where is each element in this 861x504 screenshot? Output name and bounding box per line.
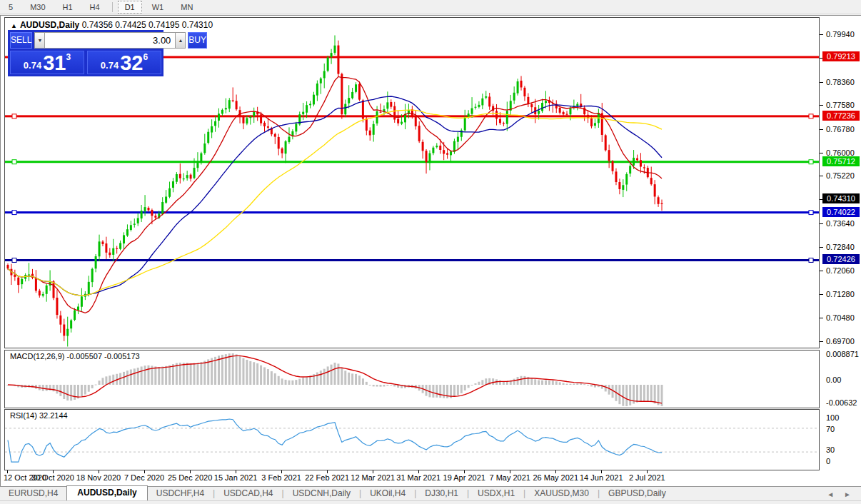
line-handle [12, 160, 16, 164]
axis-tick [820, 82, 823, 83]
one-click-trade-panel: SELL ▼ ▲ BUY 0.74 31 3 0.74 32 6 [8, 30, 163, 76]
rsi-canvas [5, 410, 819, 470]
chart-tab-usdx-h1[interactable]: USDX,H1 [469, 487, 523, 500]
date-axis: 12 Oct 202030 Oct 202018 Nov 20207 Dec 2… [1, 470, 861, 486]
date-label: 19 Apr 2021 [443, 473, 485, 482]
chart-tab-gbpusd-daily[interactable]: GBPUSD,Daily [600, 487, 675, 500]
rsi-panel[interactable]: RSI(14) 32.2144 [4, 409, 820, 470]
chart-tab-usdchf-h4[interactable]: USDCHF,H4 [148, 487, 213, 500]
chart-title-symbol: AUDUSD,Daily [20, 20, 79, 30]
sell-price-prefix: 0.74 [24, 60, 41, 71]
line-handle [809, 258, 813, 262]
chart-tab-usdcnh-daily[interactable]: USDCNH,Daily [284, 487, 359, 500]
price-badge: 0.72426 [822, 254, 860, 264]
price-badge: 0.79213 [822, 51, 860, 61]
price-axis-label: 70 [826, 425, 835, 433]
chart-tab-bar: EURUSD,H4AUDUSD,DailyUSDCHF,H4|USDCAD,H4… [0, 486, 861, 500]
buy-price-prefix: 0.74 [101, 60, 119, 71]
chart-tab-xauusd-m30[interactable]: XAUUSD,M30 [525, 487, 598, 500]
chart-tab-usdcad-h4[interactable]: USDCAD,H4 [215, 487, 281, 500]
timeframe-button-d1[interactable]: D1 [118, 1, 142, 14]
buy-price-sup: 6 [143, 52, 148, 62]
price-axis-label: 0.75220 [826, 171, 855, 180]
volume-increase-button[interactable]: ▲ [175, 32, 186, 49]
volume-decrease-button[interactable]: ▼ [34, 32, 45, 49]
timeframe-button-5[interactable]: 5 [1, 1, 20, 14]
timeframe-button-h1[interactable]: H1 [56, 1, 80, 14]
price-axis-label: 0.72060 [826, 266, 855, 275]
date-label: 7 May 2021 [489, 473, 530, 482]
rsi-label: RSI(14) 32.2144 [10, 411, 68, 420]
axis-tick [820, 271, 823, 271]
date-label: 26 May 2021 [533, 473, 578, 482]
status-strip [0, 500, 861, 504]
price-badge: 0.74022 [822, 207, 860, 217]
buy-price-button[interactable]: 0.74 32 6 [87, 51, 161, 74]
tab-scroll-left-icon[interactable]: ◄ [827, 490, 834, 498]
collapse-triangle-icon[interactable]: ▲ [11, 22, 17, 29]
level-line [5, 211, 819, 213]
price-axis: 0.799400.791600.783600.775800.767800.760… [820, 16, 861, 487]
axis-tick [820, 129, 823, 130]
line-handle [809, 114, 813, 119]
axis-tick [820, 247, 823, 248]
date-label: 3 Feb 2021 [261, 473, 301, 482]
price-axis-label: 30 [826, 445, 835, 454]
timeframe-button-m30[interactable]: M30 [23, 1, 52, 14]
price-axis-label: 0.70480 [826, 313, 855, 322]
price-axis-label: 0.69700 [826, 337, 855, 346]
macd-panel[interactable]: MACD(12,26,9) -0.005507 -0.005173 [4, 350, 820, 408]
price-badge: 0.74310 [822, 193, 860, 203]
price-axis-label: 0.79940 [826, 30, 855, 39]
date-label: 12 Mar 2021 [351, 473, 395, 482]
timeframe-button-w1[interactable]: W1 [145, 1, 171, 14]
chart-tab-audusd-daily[interactable]: AUDUSD,Daily [66, 485, 147, 500]
axis-tick [820, 105, 823, 106]
sell-button[interactable]: SELL [10, 32, 32, 49]
price-axis-label: 0.71280 [826, 290, 855, 298]
axis-tick [820, 153, 823, 153]
timeframe-button-mn[interactable]: MN [173, 1, 200, 14]
level-line [5, 259, 819, 261]
toolbar-separator [112, 2, 113, 12]
macd-label: MACD(12,26,9) -0.005507 -0.005173 [10, 352, 140, 361]
chart-window: ▲AUDUSD,Daily 0.74356 0.74425 0.74195 0.… [0, 15, 861, 486]
price-axis-label: 0.76780 [826, 125, 855, 133]
buy-button[interactable]: BUY [188, 32, 207, 49]
line-handle [809, 160, 813, 164]
sell-price-sup: 3 [66, 52, 71, 62]
date-label: 22 Feb 2021 [305, 473, 349, 482]
timeframe-toolbar: 5M30H1H4D1W1MN [0, 0, 861, 14]
axis-tick [820, 223, 823, 224]
volume-input[interactable] [45, 32, 175, 49]
date-label: 2 Jul 2021 [629, 473, 665, 482]
line-handle [12, 211, 16, 215]
price-badge: 0.75712 [822, 156, 860, 166]
price-axis-label: 0.78360 [826, 78, 855, 86]
ma-slow-line [8, 110, 662, 296]
sell-price-big: 31 [43, 54, 66, 73]
chart-title: ▲AUDUSD,Daily 0.74356 0.74425 0.74195 0.… [11, 20, 213, 30]
chart-tab-dj30-h1[interactable]: DJ30,H1 [416, 487, 467, 500]
macd-histogram [7, 353, 663, 406]
sell-price-button[interactable]: 0.74 31 3 [10, 51, 84, 74]
chart-tab-ukoil-h4[interactable]: UKOil,H4 [361, 487, 414, 500]
price-axis-label: 0 [826, 457, 830, 465]
price-axis-label: 0.72840 [826, 243, 855, 251]
candlestick-series [7, 35, 663, 346]
axis-tick [820, 318, 823, 318]
rsi-line [8, 419, 662, 462]
chart-tab-eurusd-h4[interactable]: EURUSD,H4 [0, 487, 66, 500]
price-axis-label: 0.008871 [826, 350, 859, 358]
tab-scroll-right-icon[interactable]: ► [844, 490, 851, 498]
buy-price-big: 32 [120, 54, 143, 73]
price-axis-label: 0.77580 [826, 101, 855, 109]
price-axis-label: 100 [826, 413, 839, 422]
axis-tick [820, 176, 823, 176]
axis-tick [820, 34, 823, 35]
price-axis-label: 0.00 [826, 376, 841, 384]
timeframe-button-h4[interactable]: H4 [83, 1, 107, 14]
date-label: 25 Dec 2020 [168, 473, 212, 482]
price-axis-label: -0.00632 [826, 398, 857, 407]
date-label: 15 Jan 2021 [214, 473, 258, 482]
